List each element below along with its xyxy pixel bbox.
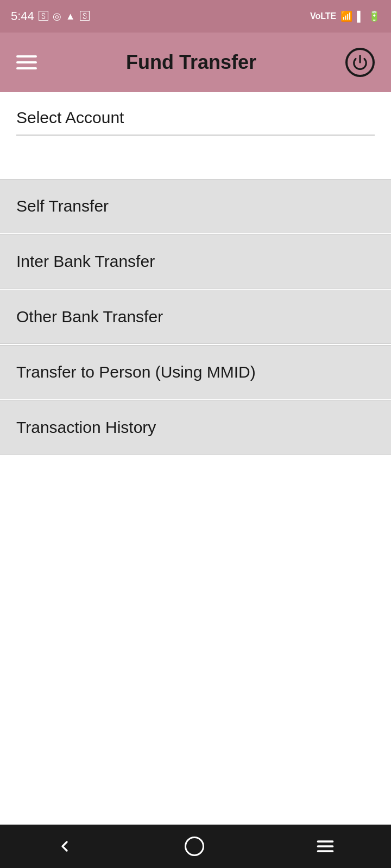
menu-item-label: Transaction History bbox=[16, 418, 156, 437]
volte-icon: VoLTE bbox=[310, 11, 336, 21]
menu-item-label: Other Bank Transfer bbox=[16, 308, 163, 326]
menu-item-transaction-history[interactable]: Transaction History bbox=[0, 400, 391, 455]
sim1-icon: 🅂 bbox=[39, 11, 48, 22]
back-button[interactable] bbox=[56, 838, 73, 855]
menu-lines-icon bbox=[316, 837, 335, 856]
circle-icon: ◎ bbox=[53, 10, 61, 22]
power-icon bbox=[352, 54, 368, 71]
battery-icon: 🔋 bbox=[368, 10, 380, 22]
menu-list: Self Transfer Inter Bank Transfer Other … bbox=[0, 179, 391, 455]
status-right: VoLTE 📶 ▌ 🔋 bbox=[310, 10, 380, 22]
menu-item-inter-bank-transfer[interactable]: Inter Bank Transfer bbox=[0, 234, 391, 289]
menu-button[interactable] bbox=[316, 837, 335, 856]
signal-icon: ▌ bbox=[357, 11, 364, 22]
home-button[interactable] bbox=[185, 837, 204, 856]
hamburger-line-1 bbox=[16, 55, 37, 58]
menu-item-label: Inter Bank Transfer bbox=[16, 252, 155, 271]
status-time: 5:44 bbox=[11, 9, 34, 23]
menu-item-other-bank-transfer[interactable]: Other Bank Transfer bbox=[0, 290, 391, 344]
page-title: Fund Transfer bbox=[126, 51, 256, 74]
back-icon bbox=[56, 838, 73, 855]
home-circle-icon bbox=[185, 837, 204, 856]
content-area: Select Account Self Transfer Inter Bank … bbox=[0, 92, 391, 455]
bottom-nav bbox=[0, 825, 391, 868]
select-account-label: Select Account bbox=[16, 108, 124, 126]
menu-item-transfer-to-person[interactable]: Transfer to Person (Using MMID) bbox=[0, 345, 391, 399]
hamburger-line-3 bbox=[16, 67, 37, 69]
hamburger-menu-button[interactable] bbox=[16, 55, 37, 69]
power-button[interactable] bbox=[345, 48, 375, 77]
menu-item-label: Self Transfer bbox=[16, 197, 109, 215]
menu-item-self-transfer[interactable]: Self Transfer bbox=[0, 179, 391, 233]
select-account-section: Select Account bbox=[0, 92, 391, 136]
top-bar: Fund Transfer bbox=[0, 33, 391, 92]
menu-item-label: Transfer to Person (Using MMID) bbox=[16, 363, 256, 381]
sim2-icon: 🅂 bbox=[80, 11, 90, 22]
wifi-icon: 📶 bbox=[340, 10, 352, 22]
arrow-icon: ▲ bbox=[66, 11, 75, 22]
status-bar: 5:44 🅂 ◎ ▲ 🅂 VoLTE 📶 ▌ 🔋 bbox=[0, 0, 391, 33]
select-account-divider bbox=[16, 135, 375, 136]
status-left: 5:44 🅂 ◎ ▲ 🅂 bbox=[11, 9, 90, 23]
hamburger-line-2 bbox=[16, 61, 37, 63]
